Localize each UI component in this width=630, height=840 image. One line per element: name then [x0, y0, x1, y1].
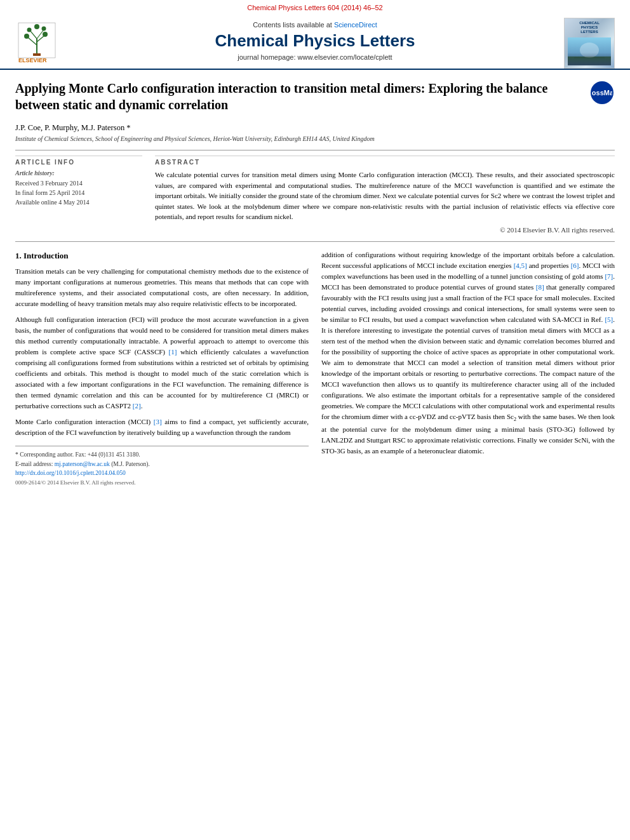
footnote-email-line: E-mail address: mj.paterson@hw.ac.uk (M.…	[15, 460, 309, 469]
doi-link[interactable]: http://dx.doi.org/10.1016/j.cplett.2014.…	[15, 470, 126, 476]
final-form-date: In final form 25 April 2014	[15, 188, 142, 197]
contents-available-line: Contents lists available at ScienceDirec…	[91, 21, 539, 29]
section-1-title: 1. Introduction	[15, 250, 309, 262]
intro-para-2: Although full configuration interaction …	[15, 314, 309, 411]
svg-point-7	[43, 32, 48, 37]
svg-rect-11	[33, 53, 41, 56]
svg-point-8	[27, 28, 32, 32]
body-column-right: addition of configurations without requi…	[321, 250, 615, 488]
journal-header-center: Contents lists available at ScienceDirec…	[91, 21, 539, 66]
abstract-header: ABSTRACT	[155, 159, 615, 166]
article-info-abstract: ARTICLE INFO Article history: Received 3…	[15, 156, 615, 234]
cover-image	[568, 37, 611, 65]
abstract-text: We calculate potential curves for transi…	[155, 170, 615, 222]
footnote-section: * Corresponding author. Fax: +44 (0)131 …	[15, 446, 309, 487]
ref-7: [7]	[605, 272, 613, 280]
ref-4-5: [4,5]	[514, 262, 527, 269]
journal-title: Chemical Physics Letters	[91, 31, 539, 51]
svg-line-3	[37, 36, 44, 42]
ref-5b: [5]	[605, 316, 613, 323]
svg-point-10	[34, 24, 39, 29]
journal-header: ELSEVIER Contents lists available at Sci…	[0, 13, 630, 70]
elsevier-logo-svg: ELSEVIER	[15, 20, 79, 64]
affiliation: Institute of Chemical Sciences, School o…	[15, 135, 615, 142]
sciencedirect-link[interactable]: ScienceDirect	[334, 21, 377, 29]
footer-copyright: 0009-2614/© 2014 Elsevier B.V. All right…	[15, 479, 309, 488]
svg-rect-14	[568, 57, 611, 65]
main-content: Applying Monte Carlo configuration inter…	[0, 70, 630, 498]
crossmark-badge: CrossMark	[589, 80, 615, 105]
article-info-header: ARTICLE INFO	[15, 159, 142, 166]
svg-text:ELSEVIER: ELSEVIER	[18, 57, 47, 63]
crossmark-icon: CrossMark	[591, 81, 613, 104]
intro-para-1: Transition metals can be very challengin…	[15, 266, 309, 309]
elsevier-logo-area: ELSEVIER	[15, 20, 91, 67]
svg-point-9	[42, 27, 46, 31]
ref-2: [2]	[133, 402, 141, 410]
using-word: using	[476, 425, 491, 433]
received-date: Received 3 February 2014	[15, 178, 142, 188]
right-para-1: addition of configurations without requi…	[321, 250, 615, 457]
svg-line-2	[28, 37, 37, 45]
doi-line: http://dx.doi.org/10.1016/j.cplett.2014.…	[15, 469, 309, 477]
article-history-title: Article history:	[15, 170, 142, 177]
author-email-link[interactable]: mj.paterson@hw.ac.uk	[55, 461, 110, 467]
body-divider	[15, 241, 615, 242]
top-bar: Chemical Physics Letters 604 (2014) 46–5…	[0, 0, 630, 13]
journal-cover: CHEMICALPHYSICSLETTERS	[564, 18, 615, 69]
article-title-section: Applying Monte Carlo configuration inter…	[15, 80, 615, 118]
svg-line-4	[30, 31, 37, 39]
ref-8: [8]	[536, 283, 544, 291]
abstract-box: ABSTRACT We calculate potential curves f…	[155, 156, 615, 234]
ref-3: [3]	[154, 418, 162, 425]
section-divider-1	[15, 150, 615, 150]
available-online-date: Available online 4 May 2014	[15, 197, 142, 207]
svg-point-15	[580, 43, 599, 58]
article-info-box: ARTICLE INFO Article history: Received 3…	[15, 156, 142, 234]
article-title: Applying Monte Carlo configuration inter…	[15, 80, 589, 113]
journal-reference: Chemical Physics Letters 604 (2014) 46–5…	[247, 4, 382, 11]
body-column-left: 1. Introduction Transition metals can be…	[15, 250, 309, 488]
svg-point-6	[24, 34, 29, 39]
footnote-asterisk: * Corresponding author. Fax: +44 (0)131 …	[15, 450, 309, 459]
ref-1: [1]	[169, 348, 177, 356]
authors-line: J.P. Coe, P. Murphy, M.J. Paterson *	[15, 123, 615, 133]
copyright: © 2014 Elsevier B.V. All rights reserved…	[155, 226, 615, 234]
authors: J.P. Coe, P. Murphy, M.J. Paterson *	[15, 123, 131, 132]
intro-para-3: Monte Carlo configuration interaction (M…	[15, 417, 309, 438]
svg-text:CrossMark: CrossMark	[592, 89, 612, 97]
journal-cover-area: CHEMICALPHYSICSLETTERS	[539, 18, 615, 69]
body-content: 1. Introduction Transition metals can be…	[15, 250, 615, 488]
ref-6: [6]	[571, 262, 579, 269]
homepage-line: journal homepage: www.elsevier.com/locat…	[91, 53, 539, 61]
